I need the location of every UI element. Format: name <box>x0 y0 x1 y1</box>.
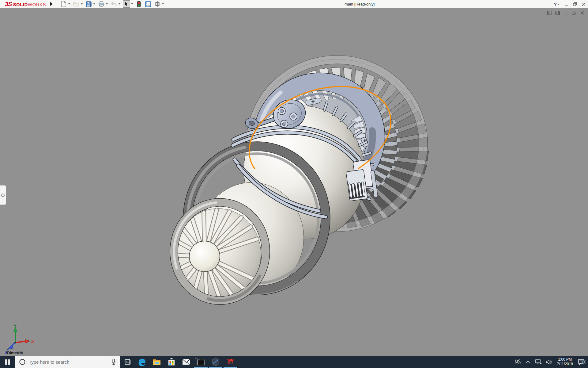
window-title: main [Read-only] <box>345 2 375 6</box>
network-icon <box>535 359 542 365</box>
mail-icon <box>182 359 190 365</box>
file-properties-button[interactable] <box>145 0 152 8</box>
save-dropdown[interactable] <box>93 0 96 8</box>
search-input[interactable] <box>26 359 111 365</box>
open-folder-icon <box>73 1 79 7</box>
solidworks-logo: 3SSOLIDWORKS <box>0 1 46 8</box>
taskbar-app-edge[interactable] <box>135 356 149 368</box>
undo-dropdown[interactable] <box>118 0 121 8</box>
new-document-icon <box>61 1 66 7</box>
task-view-button[interactable] <box>120 356 135 368</box>
taskbar-app-solidworks[interactable]: SW 2017 <box>223 356 238 368</box>
taskbar-search[interactable] <box>15 356 120 368</box>
hexagon-app-icon <box>212 358 220 366</box>
select-tool-dropdown[interactable] <box>130 0 134 8</box>
taskbar-app-hexagon-cad[interactable] <box>208 356 223 368</box>
speaker-icon <box>546 359 552 365</box>
tray-date: 7/11/2018 <box>557 362 573 366</box>
start-button[interactable] <box>0 356 15 368</box>
close-button[interactable] <box>582 2 586 6</box>
viewport-3d[interactable]: Y X Z *Dimetric <box>0 8 588 356</box>
windows-logo-icon <box>5 359 10 365</box>
front-nozzle-assembly[interactable] <box>170 198 270 305</box>
3d-model-jet-engine[interactable] <box>0 8 588 356</box>
print-button[interactable] <box>98 0 105 8</box>
new-document-button[interactable] <box>60 0 67 8</box>
triad-y-label: Y <box>14 324 17 328</box>
quick-access-toolbar <box>58 0 164 8</box>
microsoft-edge-icon <box>138 358 146 366</box>
save-floppy-icon <box>86 1 92 7</box>
undo-arrow-icon <box>111 1 117 7</box>
taskbar-app-store[interactable] <box>164 356 179 368</box>
print-dropdown[interactable] <box>105 0 108 8</box>
traffic-light-icon <box>137 1 141 7</box>
microphone-icon[interactable] <box>111 358 116 365</box>
solidworks-icon-year: 2017 <box>228 362 233 365</box>
window-controls: ? <box>554 0 586 8</box>
command-prompt-icon <box>197 359 205 365</box>
microsoft-store-icon <box>168 358 175 366</box>
titlebar: 3SSOLIDWORKS <box>0 0 588 8</box>
solidworks-2017-icon: SW 2017 <box>227 359 234 365</box>
panel-tab-icon <box>1 194 5 197</box>
tray-time: 1:00 PM <box>558 357 572 362</box>
file-properties-icon <box>145 1 151 7</box>
options-dropdown[interactable] <box>161 0 164 8</box>
tray-clock[interactable]: 1:00 PM 7/11/2018 <box>554 357 576 366</box>
show-pane-left-button[interactable] <box>547 11 552 15</box>
notification-badge: 3 <box>582 360 586 364</box>
chevron-up-icon <box>526 361 530 363</box>
select-tool-button[interactable] <box>123 0 130 8</box>
action-center-button[interactable]: 3 <box>576 359 586 365</box>
help-label: ? <box>554 2 557 7</box>
new-document-dropdown[interactable] <box>68 0 71 8</box>
people-icon <box>514 359 521 365</box>
restore-button[interactable] <box>573 2 577 6</box>
collapsed-panel-tab[interactable] <box>0 185 6 205</box>
taskbar-app-file-explorer[interactable] <box>149 356 164 368</box>
view-orientation-label: *Dimetric <box>6 351 23 355</box>
taskbar: C:\_ SW 2017 <box>0 356 588 368</box>
cursor-arrow-icon <box>124 1 129 7</box>
document-window-controls <box>547 11 584 15</box>
open-document-button[interactable] <box>73 0 80 8</box>
tray-network-button[interactable] <box>533 359 544 365</box>
system-tray: 1:00 PM 7/11/2018 3 <box>512 356 588 368</box>
brand-solid: SOLID <box>13 2 28 7</box>
tray-people-button[interactable] <box>512 359 523 365</box>
screen: 3SSOLIDWORKS <box>0 0 588 368</box>
jet-engine-model[interactable] <box>170 56 429 305</box>
brand-3s-mark: 3S <box>5 1 12 8</box>
triad-x-label: X <box>31 339 34 344</box>
command-prompt-label: C:\_ <box>195 357 199 359</box>
taskbar-app-command-prompt[interactable]: C:\_ <box>194 356 208 368</box>
help-button[interactable]: ? <box>554 2 560 7</box>
show-pane-right-button[interactable] <box>555 11 560 15</box>
close-document-button[interactable] <box>580 11 584 15</box>
save-button[interactable] <box>85 0 92 8</box>
minimize-button[interactable] <box>564 2 568 6</box>
task-view-icon <box>124 358 131 365</box>
tray-chevron-button[interactable] <box>523 361 533 363</box>
minimize-document-button[interactable] <box>564 11 568 15</box>
options-button[interactable] <box>154 0 161 8</box>
printer-icon <box>98 1 104 7</box>
solidworks-icon-letters: SW <box>227 359 234 362</box>
tray-volume-button[interactable] <box>544 359 554 365</box>
nose-hub <box>189 241 220 272</box>
rebuild-button[interactable] <box>135 0 143 8</box>
brand-works: WORKS <box>28 2 46 7</box>
open-document-dropdown[interactable] <box>80 0 83 8</box>
search-circle-icon <box>19 358 26 365</box>
restore-document-button[interactable] <box>572 11 576 15</box>
file-explorer-icon <box>153 358 161 365</box>
taskbar-app-mail[interactable] <box>179 356 194 368</box>
toolbar-flyout-arrow[interactable] <box>50 2 53 6</box>
undo-button[interactable] <box>110 0 118 8</box>
help-dropdown-icon <box>558 4 560 5</box>
gear-icon <box>154 1 160 7</box>
